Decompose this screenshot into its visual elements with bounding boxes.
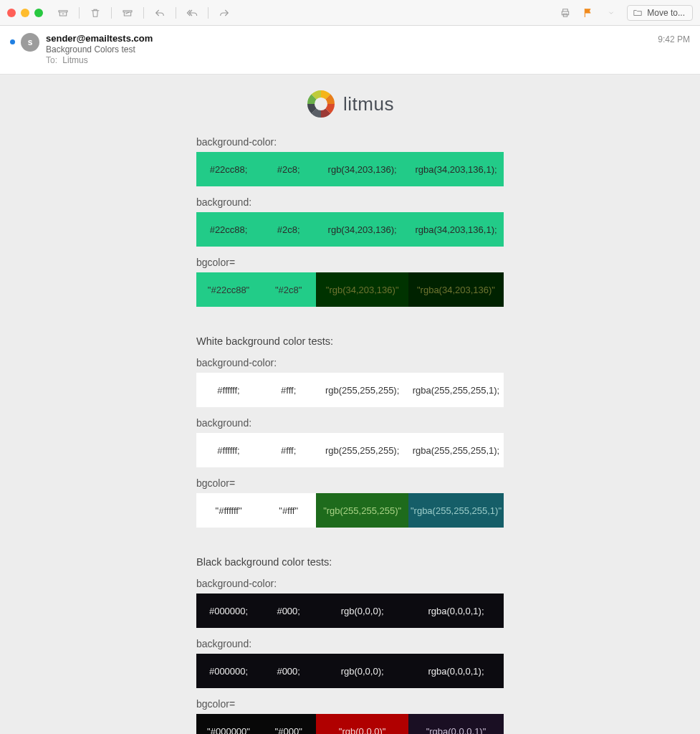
swatch-cell: "#fff" — [261, 493, 316, 528]
message-header: s sender@emailtests.com Background Color… — [0, 26, 700, 75]
property-label: background-color: — [196, 357, 504, 368]
archive-icon[interactable] — [56, 6, 70, 20]
swatch-cell: "rgb(255,255,255)" — [316, 493, 408, 528]
property-label: background: — [196, 196, 504, 208]
email-content: litmus background-color:#22cc88;#2c8;rgb… — [196, 89, 504, 734]
swatch-cell: #ffffff; — [196, 373, 261, 407]
swatch-cell: #22cc88; — [196, 212, 261, 247]
swatch-row: #000000;#000;rgb(0,0,0);rgba(0,0,0,1); — [196, 654, 504, 688]
swatch-cell: rgb(255,255,255); — [316, 433, 408, 467]
zoom-window-button[interactable] — [34, 9, 43, 17]
swatch-row: #22cc88;#2c8;rgb(34,203,136);rgba(34,203… — [196, 212, 504, 247]
sender-address: sender@emailtests.com — [46, 33, 658, 44]
swatch-cell: rgb(255,255,255); — [316, 373, 408, 407]
swatch-row: "#ffffff""#fff""rgb(255,255,255)""rgba(2… — [196, 493, 504, 528]
swatch-cell: "rgb(34,203,136)" — [316, 272, 408, 307]
property-label: bgcolor= — [196, 257, 504, 268]
avatar-initial: s — [28, 37, 33, 47]
section-title: Black background color tests: — [196, 556, 504, 568]
move-to-label: Move to... — [647, 8, 685, 18]
swatch-cell: rgba(34,203,136,1); — [408, 152, 504, 186]
swatch-cell: rgb(0,0,0); — [316, 654, 408, 688]
swatch-cell: #ffffff; — [196, 433, 261, 467]
swatch-cell: "rgba(0,0,0,1)" — [408, 714, 504, 734]
swatch-cell: #000; — [261, 654, 316, 688]
litmus-wheel-icon — [306, 89, 336, 119]
to-label: To: — [46, 55, 57, 65]
forward-icon[interactable] — [217, 6, 231, 20]
swatch-cell: rgb(34,203,136); — [316, 152, 408, 186]
brand-name: litmus — [343, 93, 394, 115]
header-text: sender@emailtests.com Background Colors … — [46, 33, 658, 65]
swatch-cell: #000; — [261, 594, 316, 628]
swatch-cell: #22cc88; — [196, 152, 261, 186]
swatch-cell: rgba(0,0,0,1); — [408, 654, 504, 688]
swatch-row: #000000;#000;rgb(0,0,0);rgba(0,0,0,1); — [196, 594, 504, 628]
minimize-window-button[interactable] — [21, 9, 29, 17]
swatch-cell: #fff; — [261, 433, 316, 467]
trash-icon[interactable] — [88, 6, 102, 20]
unread-indicator — [10, 39, 15, 44]
toolbar-separator — [176, 7, 176, 19]
swatch-cell: #000000; — [196, 594, 261, 628]
swatch-cell: rgba(0,0,0,1); — [408, 594, 504, 628]
print-icon[interactable] — [558, 6, 572, 20]
swatch-cell: "rgb(0,0,0)" — [316, 714, 408, 734]
message-time: 9:42 PM — [658, 33, 690, 65]
toolbar-separator — [79, 7, 80, 19]
swatch-row: "#000000""#000""rgb(0,0,0)""rgba(0,0,0,1… — [196, 714, 504, 734]
swatch-cell: rgba(34,203,136,1); — [408, 212, 504, 247]
swatch-cell: rgb(34,203,136); — [316, 212, 408, 247]
swatch-row: #ffffff;#fff;rgb(255,255,255);rgba(255,2… — [196, 373, 504, 407]
brand-logo: litmus — [196, 89, 504, 119]
reply-all-icon[interactable] — [185, 6, 199, 20]
property-label: bgcolor= — [196, 477, 504, 489]
swatch-row: #ffffff;#fff;rgb(255,255,255);rgba(255,2… — [196, 433, 504, 467]
to-value: Litmus — [62, 55, 87, 65]
swatch-cell: "#2c8" — [261, 272, 316, 307]
swatch-cell: #2c8; — [261, 152, 316, 186]
swatch-cell: #2c8; — [261, 212, 316, 247]
swatch-cell: #000000; — [196, 654, 261, 688]
swatch-row: "#22cc88""#2c8""rgb(34,203,136)""rgba(34… — [196, 272, 504, 307]
swatch-cell: "#000" — [261, 714, 316, 734]
flag-menu-chevron-icon[interactable] — [604, 6, 618, 20]
toolbar-separator — [143, 7, 144, 19]
recipient-line: To: Litmus — [46, 55, 658, 65]
move-to-button[interactable]: Move to... — [627, 5, 693, 21]
email-body: litmus background-color:#22cc88;#2c8;rgb… — [0, 75, 700, 734]
reply-icon[interactable] — [153, 6, 167, 20]
sender-avatar: s — [21, 33, 39, 52]
swatch-row: #22cc88;#2c8;rgb(34,203,136);rgba(34,203… — [196, 152, 504, 186]
swatch-cell: "rgba(34,203,136)" — [408, 272, 504, 307]
window-controls — [7, 9, 43, 17]
message-subject: Background Colors test — [46, 44, 658, 54]
swatch-cell: "#ffffff" — [196, 493, 261, 528]
flag-icon[interactable] — [581, 6, 595, 20]
close-window-button[interactable] — [7, 9, 16, 17]
swatch-cell: rgba(255,255,255,1); — [408, 373, 504, 407]
section-title: White background color tests: — [196, 335, 504, 347]
swatch-cell: "#000000" — [196, 714, 261, 734]
toolbar-separator — [111, 7, 112, 19]
folder-icon — [633, 8, 643, 18]
swatch-cell: "rgba(255,255,255,1)" — [408, 493, 504, 528]
swatch-cell: rgba(255,255,255,1); — [408, 433, 504, 467]
swatch-cell: #fff; — [261, 373, 316, 407]
property-label: background-color: — [196, 578, 504, 589]
window-toolbar: Move to... — [0, 0, 700, 26]
junk-icon[interactable] — [120, 6, 135, 20]
property-label: background: — [196, 417, 504, 429]
property-label: background-color: — [196, 136, 504, 148]
property-label: background: — [196, 638, 504, 649]
toolbar-right-actions: Move to... — [558, 5, 693, 21]
swatch-cell: rgb(0,0,0); — [316, 594, 408, 628]
toolbar-left-actions — [56, 6, 231, 20]
swatch-groups: background-color:#22cc88;#2c8;rgb(34,203… — [196, 136, 504, 734]
property-label: bgcolor= — [196, 698, 504, 710]
swatch-cell: "#22cc88" — [196, 272, 261, 307]
toolbar-separator — [208, 7, 208, 19]
